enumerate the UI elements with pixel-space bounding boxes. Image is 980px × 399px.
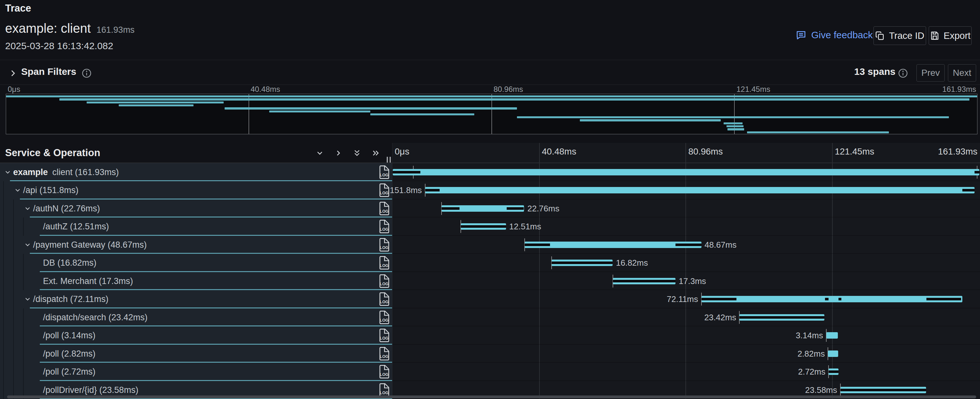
span-row-name-cell[interactable]: DB (16.82ms)LOG <box>0 254 392 272</box>
indent-guide <box>23 345 24 363</box>
svg-text:LOG: LOG <box>380 173 388 177</box>
indent-guide <box>3 363 4 381</box>
span-log-mark <box>829 370 838 373</box>
span-row-track: 12.51ms <box>393 217 979 235</box>
indent-guide <box>3 217 4 236</box>
span-row-name-cell[interactable]: /authN (22.76ms)LOG <box>0 200 392 217</box>
log-icon[interactable]: LOG <box>379 184 390 197</box>
svg-text:LOG: LOG <box>380 191 388 196</box>
log-icon[interactable]: LOG <box>379 329 390 342</box>
log-icon[interactable]: LOG <box>379 275 390 288</box>
span-row-timeline-cell[interactable]: 72.11ms <box>392 290 980 308</box>
span-row-label: /api (151.8ms) <box>23 181 79 199</box>
span-row-name-cell[interactable]: /payment Gateway (48.67ms)LOG <box>0 236 392 254</box>
span-row-timeline-cell[interactable]: 2.72ms <box>392 363 980 381</box>
span-duration-label: 2.72ms <box>798 363 825 381</box>
chevron-down-icon[interactable] <box>24 295 32 303</box>
log-icon[interactable]: LOG <box>379 365 390 378</box>
log-icon[interactable]: LOG <box>379 220 390 233</box>
span-row-timeline-cell[interactable]: 16.82ms <box>392 254 980 272</box>
span-duration-label: 3.14ms <box>796 326 823 345</box>
span-log-mark <box>926 298 961 300</box>
span-row-name-cell[interactable]: /dispatch (72.11ms)LOG <box>0 290 392 308</box>
chevron-down-icon[interactable] <box>24 205 32 212</box>
span-duration-label: 23.42ms <box>704 308 737 326</box>
chevron-down-icon[interactable] <box>14 186 22 194</box>
span-duration-label: 12.51ms <box>509 217 541 236</box>
span-operation-name: /poll (2.72ms) <box>43 367 95 377</box>
span-rows: exampleclient (161.93ms)LOG/api (151.8ms… <box>0 0 980 399</box>
svg-text:LOG: LOG <box>380 354 388 359</box>
span-row-name-cell[interactable]: Ext. Merchant (17.3ms)LOG <box>0 272 392 290</box>
span-operation-name: /api (151.8ms) <box>23 185 79 195</box>
horizontal-scrollbar[interactable] <box>7 396 976 398</box>
log-icon[interactable]: LOG <box>379 311 390 324</box>
indent-guide <box>23 308 24 326</box>
span-log-mark <box>442 207 460 210</box>
span-bar[interactable] <box>826 332 838 338</box>
span-log-mark <box>838 298 842 300</box>
log-icon[interactable]: LOG <box>379 166 390 179</box>
span-row-timeline-cell[interactable]: 3.14ms <box>392 326 980 345</box>
trace-view-panel: Trace example: client 161.93ms 2025-03-2… <box>0 0 980 399</box>
span-row-label: /poll (2.72ms) <box>43 363 95 381</box>
span-row-timeline-cell[interactable] <box>392 163 980 181</box>
span-log-mark <box>975 171 979 174</box>
span-row-name-cell[interactable]: /poll (3.14ms)LOG <box>0 326 392 345</box>
chevron-down-icon[interactable] <box>24 241 32 249</box>
span-row-name-cell[interactable]: /dispatch/search (23.42ms)LOG <box>0 308 392 326</box>
indent-guide <box>3 254 4 272</box>
span-row-name-cell[interactable]: /poll (2.82ms)LOG <box>0 345 392 363</box>
span-log-mark <box>676 244 701 246</box>
span-duration-label: 16.82ms <box>616 254 648 272</box>
log-icon[interactable]: LOG <box>379 383 390 397</box>
span-operation-name: /dispatch (72.11ms) <box>33 294 108 304</box>
span-row-track: 23.42ms <box>393 308 979 326</box>
span-row-label: Ext. Merchant (17.3ms) <box>43 272 133 290</box>
svg-text:LOG: LOG <box>380 282 388 286</box>
span-row-track: 22.76ms <box>393 200 979 217</box>
span-row-timeline-cell[interactable]: 2.82ms <box>392 345 980 363</box>
indent-guide <box>13 254 14 272</box>
span-service-name: example <box>13 168 48 177</box>
span-row-timeline-cell[interactable]: 23.42ms <box>392 308 980 326</box>
span-row-name-cell[interactable]: /api (151.8ms)LOG <box>0 181 392 199</box>
indent-guide <box>23 326 24 345</box>
span-bar[interactable] <box>828 351 838 357</box>
span-row-timeline-cell[interactable]: 48.67ms <box>392 236 980 254</box>
span-row-timeline-cell[interactable]: 151.8ms <box>392 181 980 199</box>
span-bar[interactable] <box>702 296 963 302</box>
indent-guide <box>3 236 4 254</box>
log-icon[interactable]: LOG <box>379 256 390 270</box>
indent-guide <box>3 200 4 217</box>
span-log-mark <box>393 171 420 174</box>
span-row-name-cell[interactable]: /authZ (12.51ms)LOG <box>0 217 392 236</box>
chevron-down-icon[interactable] <box>4 168 11 176</box>
span-row-timeline-cell[interactable]: 22.76ms <box>392 200 980 217</box>
span-operation-name: DB (16.82ms) <box>43 258 97 268</box>
span-row-name-cell[interactable]: /poll (2.72ms)LOG <box>0 363 392 381</box>
span-bar[interactable] <box>393 169 979 176</box>
log-icon[interactable]: LOG <box>379 347 390 361</box>
span-row-timeline-cell[interactable]: 17.3ms <box>392 272 980 290</box>
span-duration-label: 48.67ms <box>705 236 737 254</box>
span-duration-label: 72.11ms <box>667 290 698 308</box>
indent-guide <box>3 308 4 326</box>
span-row-timeline-cell[interactable]: 12.51ms <box>392 217 980 236</box>
span-log-mark <box>461 225 506 228</box>
svg-text:LOG: LOG <box>380 336 388 340</box>
log-icon[interactable]: LOG <box>379 238 390 252</box>
span-log-mark <box>613 280 676 282</box>
span-log-mark <box>963 189 975 192</box>
indent-guide <box>13 363 14 381</box>
span-log-mark <box>702 298 737 300</box>
span-operation-name: Ext. Merchant (17.3ms) <box>43 276 133 286</box>
span-bar[interactable] <box>425 187 975 193</box>
span-log-mark <box>507 207 524 210</box>
span-row-label: /payment Gateway (48.67ms) <box>33 236 146 254</box>
indent-guide <box>23 254 24 272</box>
span-bar[interactable] <box>525 242 701 248</box>
log-icon[interactable]: LOG <box>379 202 390 215</box>
span-row-name-cell[interactable]: exampleclient (161.93ms)LOG <box>0 163 392 181</box>
log-icon[interactable]: LOG <box>379 292 390 306</box>
